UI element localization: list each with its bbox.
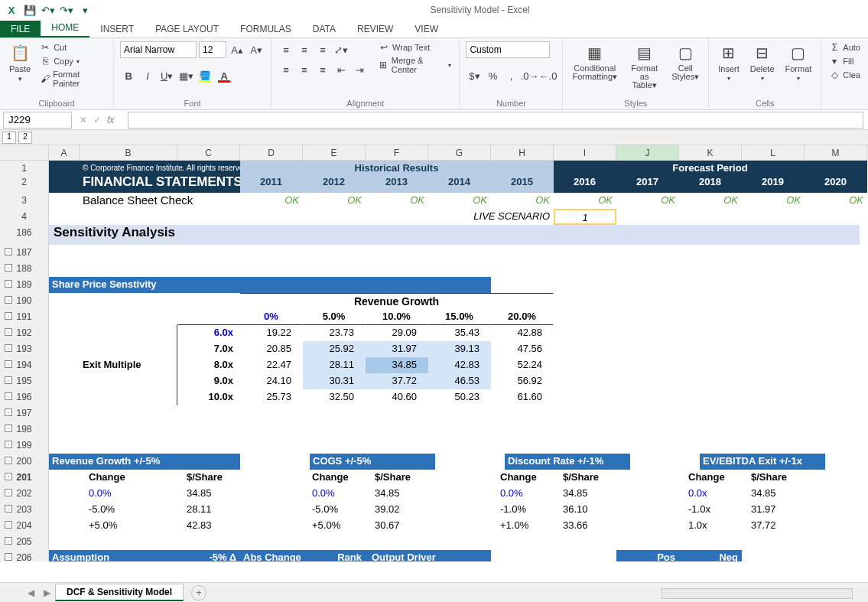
outline-dot[interactable]: ·	[5, 425, 12, 432]
col-L[interactable]: L	[742, 145, 805, 160]
sheet-nav-next-icon[interactable]: ▶	[39, 587, 55, 598]
outline-dot[interactable]: ·	[5, 360, 12, 368]
tab-file[interactable]: FILE	[0, 21, 41, 37]
save-icon[interactable]: 💾	[23, 3, 37, 17]
font-size-select[interactable]	[199, 41, 226, 58]
format-as-table-button[interactable]: ▤Format asTable▾	[625, 41, 664, 91]
horizontal-scrollbar[interactable]	[662, 588, 853, 599]
sheet-tab-active[interactable]: DCF & Sensitivity Model	[55, 584, 184, 601]
enter-formula-icon[interactable]: ✓	[93, 115, 101, 125]
font-name-select[interactable]	[120, 41, 197, 58]
format-painter-button[interactable]: 🖌Format Painter	[38, 69, 107, 89]
outline-level-1[interactable]: 1	[2, 132, 16, 144]
wrap-text-button[interactable]: ↩Wrap Text	[377, 41, 453, 54]
indent-increase-icon[interactable]: ⇥	[351, 61, 368, 78]
outline-dot[interactable]: ·	[5, 441, 12, 448]
col-C[interactable]: C	[177, 145, 240, 160]
copy-button[interactable]: ⎘Copy ▾	[38, 55, 107, 67]
autosum-button[interactable]: ΣAuto	[827, 41, 862, 54]
bold-button[interactable]: B	[120, 67, 137, 84]
outline-dot[interactable]: ·	[5, 489, 12, 496]
col-M[interactable]: M	[805, 145, 867, 160]
decrease-decimal-icon[interactable]: ←.0	[539, 67, 556, 84]
fill-color-button[interactable]: 🪣	[197, 67, 213, 84]
col-E[interactable]: E	[303, 145, 366, 160]
tab-data[interactable]: DATA	[302, 21, 346, 37]
outline-dot[interactable]: ·	[5, 392, 12, 400]
redo-icon[interactable]: ↷▾	[60, 3, 73, 17]
col-G[interactable]: G	[428, 145, 491, 160]
insert-cells-button[interactable]: ⊞Insert▾	[715, 41, 743, 83]
italic-button[interactable]: I	[139, 67, 156, 84]
undo-icon[interactable]: ↶▾	[41, 3, 55, 17]
underline-button[interactable]: U▾	[158, 67, 175, 84]
orientation-icon[interactable]: ⤢▾	[333, 41, 349, 58]
outline-dot[interactable]: ·	[5, 248, 12, 255]
outline-dot[interactable]: ·	[5, 457, 12, 464]
indent-decrease-icon[interactable]: ⇤	[333, 61, 349, 78]
outline-dot[interactable]: ·	[5, 296, 12, 304]
fill-button[interactable]: ▾Fill	[827, 55, 862, 67]
add-sheet-button[interactable]: +	[191, 585, 206, 600]
currency-icon[interactable]: $▾	[466, 67, 483, 84]
outline-dot[interactable]: ·	[5, 344, 12, 352]
outline-level-2[interactable]: 2	[18, 132, 32, 144]
tab-formulas[interactable]: FORMULAS	[229, 21, 302, 37]
tab-page-layout[interactable]: PAGE LAYOUT	[145, 21, 229, 37]
paste-button[interactable]: 📋 Paste ▾	[6, 41, 34, 84]
tab-view[interactable]: VIEW	[404, 21, 449, 37]
percent-icon[interactable]: %	[484, 67, 501, 84]
decrease-font-icon[interactable]: A▾	[248, 41, 265, 58]
font-color-button[interactable]: A	[216, 67, 232, 84]
outline-dot[interactable]: ·	[5, 328, 12, 336]
align-middle-icon[interactable]: ≡	[296, 41, 313, 58]
col-K[interactable]: K	[679, 145, 742, 160]
outline-dot[interactable]: ·	[5, 553, 12, 561]
increase-font-icon[interactable]: A▴	[229, 41, 245, 58]
align-center-icon[interactable]: ≡	[296, 61, 313, 78]
fx-icon[interactable]: fx	[107, 115, 120, 125]
number-format-select[interactable]	[466, 41, 550, 58]
cancel-formula-icon[interactable]: ✕	[80, 115, 87, 125]
outline-dot[interactable]: ·	[5, 537, 12, 545]
outline-dot[interactable]: ·	[5, 312, 12, 320]
select-all-corner[interactable]	[0, 145, 49, 160]
align-right-icon[interactable]: ≡	[314, 61, 331, 78]
col-F[interactable]: F	[366, 145, 428, 160]
align-bottom-icon[interactable]: ≡	[314, 41, 331, 58]
col-B[interactable]: B	[80, 145, 177, 160]
border-button[interactable]: ▦▾	[177, 67, 194, 84]
outline-dot[interactable]: ·	[5, 264, 12, 272]
col-J[interactable]: J	[616, 145, 679, 160]
outline-dot[interactable]: ·	[5, 473, 12, 480]
merge-center-button[interactable]: ⊞Merge & Center ▾	[377, 55, 453, 75]
clear-button[interactable]: ◇Clea	[827, 69, 862, 81]
delete-cells-button[interactable]: ⊟Delete▾	[747, 41, 778, 83]
spreadsheet-grid[interactable]: A B C D E F G H I J K L M 1 © Corporate …	[0, 145, 868, 561]
align-left-icon[interactable]: ≡	[278, 61, 294, 78]
name-box[interactable]	[3, 112, 72, 129]
align-top-icon[interactable]: ≡	[278, 41, 294, 58]
tab-insert[interactable]: INSERT	[89, 21, 145, 37]
col-H[interactable]: H	[491, 145, 554, 160]
outline-dot[interactable]: ·	[5, 376, 12, 384]
outline-dot[interactable]: ·	[5, 521, 12, 529]
sheet-nav-prev-icon[interactable]: ◀	[23, 587, 39, 598]
outline-dot[interactable]: ·	[5, 505, 12, 513]
tab-home[interactable]: HOME	[41, 19, 89, 37]
comma-icon[interactable]: ,	[502, 67, 519, 84]
outline-dot[interactable]: ·	[5, 280, 12, 288]
live-scenario-value[interactable]: 1	[554, 209, 616, 225]
formula-bar[interactable]	[128, 112, 863, 129]
conditional-formatting-button[interactable]: ▦ConditionalFormatting▾	[569, 41, 620, 83]
cut-button[interactable]: ✂Cut	[38, 41, 107, 54]
increase-decimal-icon[interactable]: .0→	[521, 67, 538, 84]
col-I[interactable]: I	[554, 145, 616, 160]
col-D[interactable]: D	[240, 145, 303, 160]
tab-review[interactable]: REVIEW	[346, 21, 404, 37]
cell-styles-button[interactable]: ▢CellStyles▾	[668, 41, 702, 83]
format-cells-button[interactable]: ▢Format▾	[782, 41, 815, 83]
col-A[interactable]: A	[49, 145, 80, 160]
qat-dropdown-icon[interactable]: ▾	[78, 3, 92, 17]
outline-dot[interactable]: ·	[5, 408, 12, 416]
